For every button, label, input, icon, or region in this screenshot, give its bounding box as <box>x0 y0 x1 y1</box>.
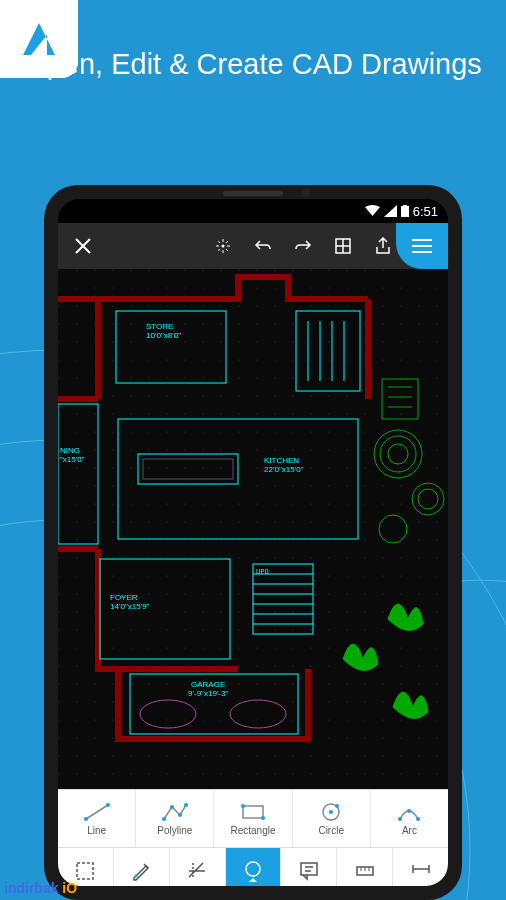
undo-button[interactable] <box>246 229 280 263</box>
watermark: indirbak iO <box>4 880 77 896</box>
phone-frame: 6:51 <box>44 185 462 900</box>
close-button[interactable] <box>66 229 100 263</box>
status-bar: 6:51 <box>58 199 448 223</box>
tool-draw[interactable]: Draw <box>226 848 282 886</box>
tool-annotate[interactable]: Annotate <box>281 848 337 886</box>
select-icon <box>73 859 97 883</box>
tool-arc[interactable]: Arc <box>371 790 448 847</box>
menu-button[interactable] <box>396 223 448 269</box>
label-upo: UPO <box>256 569 269 577</box>
tool-polyline[interactable]: Polyline <box>136 790 214 847</box>
arc-icon <box>394 801 424 823</box>
tool-measure[interactable]: Measure <box>337 848 393 886</box>
status-time: 6:51 <box>413 204 438 219</box>
circle-icon <box>316 801 346 823</box>
tool-circle[interactable]: Circle <box>293 790 371 847</box>
tool-quick-trim[interactable]: Quick Trim <box>170 848 226 886</box>
room-garage: GARAGE9'-9"x19'-3" <box>188 681 228 699</box>
line-icon <box>82 801 112 823</box>
room-dining: NING"x15'0" <box>60 447 85 465</box>
svg-point-30 <box>170 805 174 809</box>
svg-point-27 <box>84 817 88 821</box>
wifi-icon <box>365 205 380 217</box>
svg-rect-45 <box>301 863 317 875</box>
svg-point-29 <box>162 817 166 821</box>
battery-icon <box>401 205 409 217</box>
svg-rect-33 <box>243 806 263 818</box>
svg-point-31 <box>178 813 182 817</box>
tool-rectangle[interactable]: Rectangle <box>214 790 292 847</box>
svg-rect-5 <box>403 205 407 206</box>
tool-smart-pen[interactable]: Smart Pen <box>114 848 170 886</box>
room-kitchen: KITCHEN22'0"x15'0" <box>264 457 303 475</box>
room-foyer: FOYER14'0"x15'9" <box>110 594 149 612</box>
svg-point-41 <box>416 817 420 821</box>
svg-point-32 <box>184 803 188 807</box>
rectangle-icon <box>238 801 268 823</box>
svg-rect-4 <box>401 206 409 217</box>
svg-point-35 <box>261 816 265 820</box>
layers-button[interactable] <box>326 229 360 263</box>
tool-line[interactable]: Line <box>58 790 136 847</box>
pen-icon <box>129 859 153 883</box>
trim-icon <box>185 859 209 883</box>
polyline-icon <box>160 801 190 823</box>
annotate-icon <box>297 859 321 883</box>
svg-point-43 <box>135 874 138 877</box>
tool-dim[interactable]: Dim <box>393 848 448 886</box>
dim-icon <box>409 859 433 883</box>
main-toolbar: Select Smart Pen Quick Trim Draw Annotat… <box>58 847 448 886</box>
svg-point-38 <box>335 804 339 808</box>
cad-canvas[interactable]: STORE10'0"x8'0" NING"x15'0" KITCHEN22'0"… <box>58 269 448 789</box>
draw-icon <box>241 859 265 883</box>
snap-button[interactable] <box>206 229 240 263</box>
svg-point-37 <box>329 810 333 814</box>
svg-point-39 <box>398 817 402 821</box>
svg-rect-42 <box>77 863 93 879</box>
svg-point-6 <box>222 245 225 248</box>
svg-point-28 <box>106 803 110 807</box>
share-button[interactable] <box>366 229 400 263</box>
autodesk-logo <box>0 0 78 78</box>
draw-toolbar: Line Polyline Rectangle Circle Arc <box>58 789 448 847</box>
svg-point-34 <box>241 804 245 808</box>
redo-button[interactable] <box>286 229 320 263</box>
svg-point-44 <box>246 862 260 876</box>
room-store: STORE10'0"x8'0" <box>146 323 181 341</box>
signal-icon <box>384 205 397 217</box>
measure-icon <box>353 859 377 883</box>
svg-point-40 <box>407 809 411 813</box>
app-toolbar <box>58 223 448 269</box>
